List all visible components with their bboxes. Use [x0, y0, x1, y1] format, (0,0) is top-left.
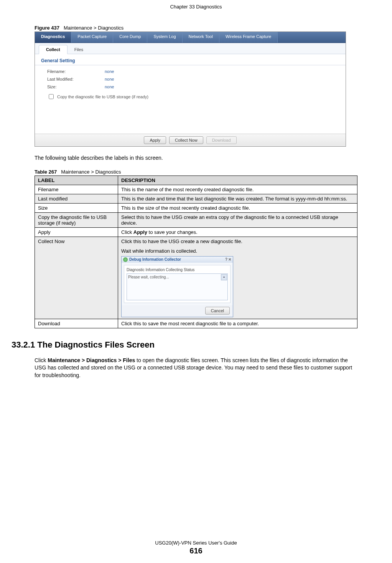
subtab-files[interactable]: Files [68, 45, 90, 54]
figure-text: Maintenance > Diagnostics [64, 25, 124, 31]
page-number: 616 [0, 546, 392, 555]
tab-network-tool[interactable]: Network Tool [183, 32, 219, 43]
dialog-status-text: Please wait, collecting... [127, 273, 228, 300]
table-row: Download Click this to save the most rec… [35, 319, 357, 328]
table-row: Apply Click Apply to save your changes. [35, 227, 357, 237]
label-copy-usb: Copy the diagnostic file to USB storage … [57, 94, 148, 99]
intro-text: The following table describes the labels… [35, 154, 357, 162]
row-last-modified: Last Modified: none [35, 75, 346, 83]
section-heading: 33.2.1 The Diagnostics Files Screen [12, 340, 357, 350]
cell-label: Apply [35, 227, 118, 237]
collect-now-button[interactable]: Collect Now [169, 136, 203, 144]
subtab-collect[interactable]: Collect [39, 45, 68, 54]
cell-label: Copy the diagnostic file to USB storage … [35, 212, 118, 227]
tab-system-log[interactable]: System Log [147, 32, 182, 43]
cell-label: Download [35, 319, 118, 328]
label-last-modified: Last Modified: [47, 77, 105, 81]
help-icon[interactable]: ? [225, 257, 227, 262]
section-title: General Setting [35, 54, 346, 65]
scroll-up-icon[interactable]: ▴ [221, 274, 227, 280]
refresh-icon [123, 257, 128, 262]
main-tabbar: Diagnostics Packet Capture Core Dump Sys… [35, 32, 346, 43]
description-table: LABEL DESCRIPTION Filename This is the n… [35, 176, 357, 328]
dialog-footer: Cancel [122, 305, 233, 317]
cell-label: Size [35, 203, 118, 212]
label-filename: Filename: [47, 69, 105, 74]
table-row: Size This is the size of the most recent… [35, 203, 357, 212]
cell-label: Last modified [35, 194, 118, 203]
download-button[interactable]: Download [206, 136, 237, 144]
value-size: none [105, 84, 114, 89]
section-paragraph: Click Maintenance > Diagnostics > Files … [35, 357, 357, 379]
cell-label: Filename [35, 185, 118, 194]
tab-wireless-frame-capture[interactable]: Wireless Frame Capture [219, 32, 278, 43]
page-footer: USG20(W)-VPN Series User's Guide 616 [0, 540, 392, 555]
apply-button[interactable]: Apply [144, 136, 166, 144]
figure-label: Figure 437 [35, 25, 59, 31]
table-text: Maintenance > Diagnostics [61, 169, 121, 175]
label-size: Size: [47, 84, 105, 89]
table-caption: Table 267 Maintenance > Diagnostics [35, 169, 357, 175]
tab-packet-capture[interactable]: Packet Capture [71, 32, 113, 43]
cell-desc: Select this to have the USG create an ex… [118, 212, 357, 227]
button-bar: Apply Collect Now Download [35, 134, 346, 146]
cancel-button[interactable]: Cancel [205, 307, 230, 315]
dialog-screenshot: Debug Information Collector ? ✕ Diagnost… [121, 256, 354, 317]
table-row: Copy the diagnostic file to USB storage … [35, 212, 357, 227]
screenshot-diagnostics: Diagnostics Packet Capture Core Dump Sys… [35, 31, 346, 147]
value-last-modified: none [105, 77, 114, 81]
value-filename: none [105, 69, 114, 74]
dialog-body: Diagnostic Information Collecting Status… [124, 265, 231, 303]
cell-desc: Click this to save the most recent diagn… [118, 319, 357, 328]
panel-body: General Setting Filename: none Last Modi… [35, 54, 346, 146]
checkbox-copy-usb[interactable] [49, 94, 54, 99]
th-label: LABEL [35, 176, 118, 185]
table-row: Collect Now Click this to have the USG c… [35, 237, 357, 319]
close-icon[interactable]: ✕ [228, 257, 231, 262]
figure-caption: Figure 437 Maintenance > Diagnostics [35, 25, 357, 31]
dialog-header: Debug Information Collector ? ✕ [122, 257, 233, 263]
chapter-header: Chapter 33 Diagnostics [35, 4, 357, 10]
table-row: Filename This is the name of the most re… [35, 185, 357, 194]
cell-label: Collect Now [35, 237, 118, 319]
tab-core-dump[interactable]: Core Dump [113, 32, 147, 43]
sub-tabbar: Collect Files [35, 43, 346, 54]
table-header-row: LABEL DESCRIPTION [35, 176, 357, 185]
row-size: Size: none [35, 83, 346, 91]
dialog-status-label: Diagnostic Information Collecting Status [127, 268, 228, 272]
dialog-title: Debug Information Collector [129, 257, 181, 262]
collect-desc-line2: Wait while information is collected. [121, 248, 354, 254]
collect-desc-line1: Click this to have the USG create a new … [121, 238, 354, 244]
cell-desc: This is the date and time that the last … [118, 194, 357, 203]
cell-desc: Click this to have the USG create a new … [118, 237, 357, 319]
dialog-textarea-wrap: Please wait, collecting... ▴ [127, 273, 228, 300]
cell-desc: Click Apply to save your changes. [118, 227, 357, 237]
guide-name: USG20(W)-VPN Series User's Guide [155, 540, 237, 546]
tab-diagnostics[interactable]: Diagnostics [35, 32, 71, 43]
debug-collector-dialog: Debug Information Collector ? ✕ Diagnost… [121, 256, 233, 317]
row-copy-usb: Copy the diagnostic file to USB storage … [35, 91, 346, 103]
page-content: Chapter 33 Diagnostics Figure 437 Mainte… [0, 0, 392, 563]
table-row: Last modified This is the date and time … [35, 194, 357, 203]
cell-desc: This is the size of the most recently cr… [118, 203, 357, 212]
row-filename: Filename: none [35, 68, 346, 75]
th-description: DESCRIPTION [118, 176, 357, 185]
table-label: Table 267 [35, 169, 57, 175]
cell-desc: This is the name of the most recently cr… [118, 185, 357, 194]
